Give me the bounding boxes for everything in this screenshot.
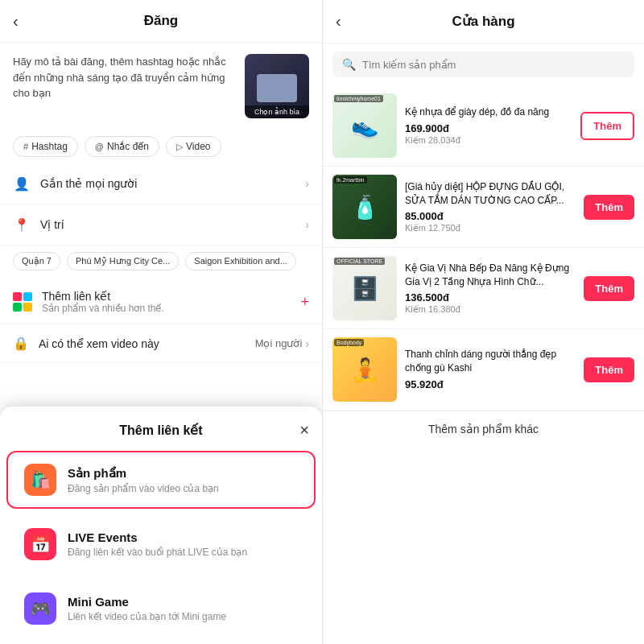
tag-people-label: Gắn thẻ mọi người: [40, 177, 305, 190]
hashtag-button[interactable]: # Hashtag: [13, 136, 78, 157]
product-name-4: Thanh chỉnh dáng người thẳng đẹp chống g…: [405, 348, 576, 375]
live-events-desc: Đăng liên kết vào buổi phát LIVE của bạn: [68, 547, 247, 558]
live-events-title: LIVE Events: [68, 530, 247, 544]
product-item-1: tinnichmyhome01 Kệ nhựa để giày dép, đồ …: [323, 85, 644, 167]
product-earn-2: Kiếm 12.750đ: [405, 223, 576, 233]
chevron-right-icon-2: ›: [305, 218, 309, 231]
lock-icon: 🔒: [13, 336, 29, 351]
product-thumb-4: Bodybody: [332, 337, 397, 402]
mention-button[interactable]: @ Nhắc đến: [85, 136, 159, 157]
privacy-item[interactable]: 🔒 Ai có thể xem video này Mọi người ›: [0, 324, 322, 363]
shop-badge-2: tk.2martbin: [334, 176, 367, 184]
product-name-1: Kệ nhựa để giày dép, đồ đa năng: [405, 105, 572, 119]
left-header: ‹ Đăng: [0, 0, 322, 43]
video-icon: ▷: [176, 142, 183, 152]
tag-row: # Hashtag @ Nhắc đến ▷ Video: [0, 130, 322, 163]
product-earn-3: Kiếm 16.380đ: [405, 304, 576, 315]
location-tags: Quận 7 Phú Mỹ Hưng City Ce... Saigon Exh…: [0, 246, 322, 280]
product-info-2: [Giá hủy diệt] HỘP ĐỰNG DẦU GỘI, SỬA TẮM…: [405, 180, 576, 234]
product-info-1: Kệ nhựa để giày dép, đồ đa năng 169.900đ…: [405, 105, 572, 146]
mention-label: Nhắc đến: [107, 141, 149, 152]
game-icon: 🎮: [24, 592, 56, 625]
product-item-4: Bodybody Thanh chỉnh dáng người thẳng đẹ…: [323, 329, 644, 411]
privacy-value: Mọi người: [255, 337, 303, 349]
san-pham-title: Sản phẩm: [68, 466, 219, 481]
san-pham-item[interactable]: 🛍️ Sản phẩm Đăng sản phẩm vào video của …: [6, 451, 316, 509]
close-button[interactable]: ×: [299, 421, 309, 440]
add-button-4[interactable]: Thêm: [584, 357, 634, 382]
location-tag-1[interactable]: Quận 7: [13, 252, 60, 270]
desk-decoration: [257, 74, 297, 102]
calendar-icon: 📅: [24, 528, 56, 560]
bottom-sheet: Thêm liên kết × 🛍️ Sản phẩm Đăng sản phẩ…: [0, 407, 322, 644]
product-earn-1: Kiếm 28.034đ: [405, 135, 572, 146]
shop-badge-4: Bodybody: [334, 339, 364, 346]
add-button-3[interactable]: Thêm: [584, 276, 634, 301]
location-label: Vị trí: [40, 218, 305, 231]
shopping-bag-icon: 🛍️: [24, 464, 56, 496]
product-price-4: 95.920đ: [405, 378, 576, 390]
add-link-label: Thêm liên kết: [42, 290, 164, 303]
product-name-2: [Giá hủy diệt] HỘP ĐỰNG DẦU GỘI, SỬA TẮM…: [405, 180, 576, 208]
left-back-button[interactable]: ‹: [13, 12, 19, 31]
product-thumb-2: tk.2martbin: [332, 175, 397, 239]
add-button-1[interactable]: Thêm: [580, 112, 634, 140]
cover-image[interactable]: Chọn ảnh bìa: [245, 54, 309, 118]
add-button-2[interactable]: Thêm: [584, 195, 634, 220]
sheet-title: Thêm liên kết: [119, 423, 202, 438]
product-item-2: tk.2martbin [Giá hủy diệt] HỘP ĐỰNG DẦU …: [323, 167, 644, 248]
cover-area: Hãy mô tả bài đăng, thêm hashtag hoặc nh…: [0, 43, 322, 130]
mention-icon: @: [95, 142, 104, 151]
mini-game-item[interactable]: 🎮 Mini Game Liên kết video của bạn tới M…: [6, 580, 316, 638]
shop-badge-3: OFFICIAL STORE: [334, 258, 385, 265]
location-icon: 📍: [13, 216, 31, 233]
hashtag-icon: #: [23, 142, 28, 151]
product-info-4: Thanh chỉnh dáng người thẳng đẹp chống g…: [405, 348, 576, 391]
location-tag-3[interactable]: Saigon Exhibition and...: [185, 252, 296, 270]
mini-game-title: Mini Game: [68, 595, 226, 609]
right-panel: ‹ Cửa hàng 🔍 tinnichmyhome01 Kệ nhựa để …: [322, 0, 644, 644]
tag-people-item[interactable]: 👤 Gắn thẻ mọi người ›: [0, 163, 322, 204]
product-list: tinnichmyhome01 Kệ nhựa để giày dép, đồ …: [323, 85, 644, 644]
shop-badge-1: tinnichmyhome01: [334, 95, 383, 102]
search-bar: 🔍: [332, 52, 634, 77]
left-panel: ‹ Đăng Hãy mô tả bài đăng, thêm hashtag …: [0, 0, 322, 644]
product-price-3: 136.500đ: [405, 291, 576, 303]
product-thumb-3: OFFICIAL STORE: [332, 256, 397, 320]
product-info-3: Kệ Gia Vị Nhà Bếp Đa Năng Kệ Đựng Gia Vị…: [405, 262, 576, 316]
search-icon: 🔍: [342, 58, 356, 71]
mini-game-desc: Liên kết video của bạn tới Mini game: [68, 611, 226, 622]
location-item[interactable]: 📍 Vị trí ›: [0, 204, 322, 246]
search-input[interactable]: [362, 59, 625, 71]
plus-icon: +: [300, 294, 309, 311]
chevron-right-icon-3: ›: [305, 337, 309, 350]
right-back-button[interactable]: ‹: [336, 12, 341, 31]
sheet-header: Thêm liên kết ×: [0, 423, 322, 451]
product-name-3: Kệ Gia Vị Nhà Bếp Đa Năng Kệ Đựng Gia Vị…: [405, 262, 576, 289]
add-link-sublabel: Sản phẩm và nhiều hơn thế.: [42, 303, 164, 314]
product-item-3: OFFICIAL STORE Kệ Gia Vị Nhà Bếp Đa Năng…: [323, 248, 644, 329]
right-header: ‹ Cửa hàng: [323, 0, 644, 43]
video-label: Video: [186, 141, 210, 152]
live-events-item[interactable]: 📅 LIVE Events Đăng liên kết vào buổi phá…: [6, 515, 316, 573]
location-tag-2[interactable]: Phú Mỹ Hưng City Ce...: [67, 252, 179, 270]
left-page-title: Đăng: [144, 13, 179, 29]
right-page-title: Cửa hàng: [452, 13, 514, 30]
cover-description: Hãy mô tả bài đăng, thêm hashtag hoặc nh…: [13, 54, 235, 101]
product-price-2: 85.000đ: [405, 210, 576, 222]
chevron-right-icon: ›: [305, 177, 309, 190]
privacy-label: Ai có thể xem video này: [39, 337, 255, 350]
choose-cover-label[interactable]: Chọn ảnh bìa: [245, 105, 309, 118]
product-price-1: 169.900đ: [405, 122, 572, 134]
video-button[interactable]: ▷ Video: [166, 136, 221, 157]
add-link-item[interactable]: Thêm liên kết Sản phẩm và nhiều hơn thế.…: [0, 280, 322, 324]
person-icon: 👤: [13, 175, 31, 192]
product-thumb-1: tinnichmyhome01: [332, 93, 397, 158]
san-pham-desc: Đăng sản phẩm vào video của bạn: [68, 483, 219, 494]
grid-icon: [13, 292, 32, 312]
load-more-button[interactable]: Thêm sản phẩm khác: [323, 411, 644, 447]
hashtag-label: Hashtag: [31, 141, 68, 152]
